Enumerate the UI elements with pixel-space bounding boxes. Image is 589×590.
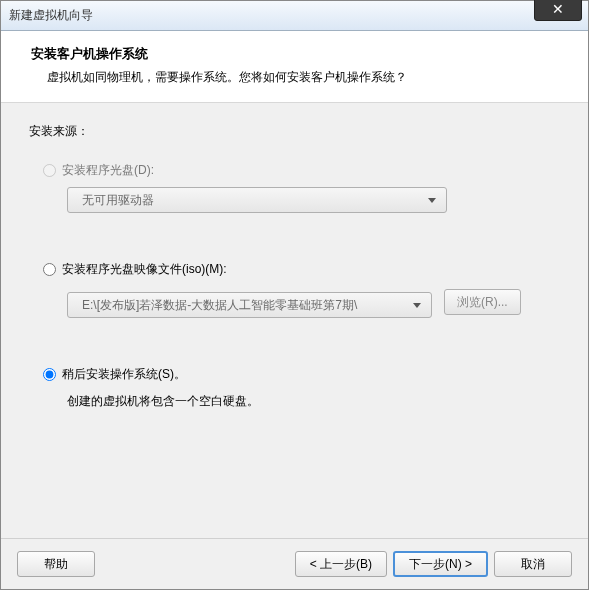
footer: 帮助 < 上一步(B) 下一步(N) > 取消 <box>1 538 588 589</box>
back-button[interactable]: < 上一步(B) <box>295 551 387 577</box>
radio-disc <box>43 164 56 177</box>
close-icon: ✕ <box>552 1 564 17</box>
iso-path-dropdown: E:\[发布版]若泽数据-大数据人工智能零基础班第7期\ <box>67 292 432 318</box>
later-hint: 创建的虚拟机将包含一个空白硬盘。 <box>67 393 560 410</box>
iso-row: E:\[发布版]若泽数据-大数据人工智能零基础班第7期\ 浏览(R)... <box>67 286 560 318</box>
option-group: 安装程序光盘(D): 无可用驱动器 安装程序光盘映像文件(iso)(M): E:… <box>43 162 560 410</box>
next-button[interactable]: 下一步(N) > <box>393 551 488 577</box>
radio-later[interactable] <box>43 368 56 381</box>
chevron-down-icon <box>428 198 436 203</box>
close-button[interactable]: ✕ <box>534 0 582 21</box>
help-button[interactable]: 帮助 <box>17 551 95 577</box>
page-title: 安装客户机操作系统 <box>25 45 564 63</box>
content-area: 安装来源： 安装程序光盘(D): 无可用驱动器 安装程序光盘映像文件(iso)(… <box>1 103 588 538</box>
option-disc-radio-row: 安装程序光盘(D): <box>43 162 560 179</box>
page-subtitle: 虚拟机如同物理机，需要操作系统。您将如何安装客户机操作系统？ <box>25 69 564 86</box>
chevron-down-icon <box>413 303 421 308</box>
option-disc-block: 安装程序光盘(D): 无可用驱动器 <box>43 162 560 213</box>
option-later-block: 稍后安装操作系统(S)。 创建的虚拟机将包含一个空白硬盘。 <box>43 366 560 410</box>
radio-later-label: 稍后安装操作系统(S)。 <box>62 366 186 383</box>
option-iso-block: 安装程序光盘映像文件(iso)(M): E:\[发布版]若泽数据-大数据人工智能… <box>43 261 560 318</box>
titlebar: 新建虚拟机向导 ✕ <box>1 1 588 31</box>
source-label: 安装来源： <box>29 123 560 140</box>
header-panel: 安装客户机操作系统 虚拟机如同物理机，需要操作系统。您将如何安装客户机操作系统？ <box>1 31 588 103</box>
disc-dropdown-value: 无可用驱动器 <box>82 192 422 209</box>
iso-path-value: E:\[发布版]若泽数据-大数据人工智能零基础班第7期\ <box>82 297 407 314</box>
radio-disc-label: 安装程序光盘(D): <box>62 162 154 179</box>
option-later-radio-row[interactable]: 稍后安装操作系统(S)。 <box>43 366 560 383</box>
window-title: 新建虚拟机向导 <box>9 7 93 24</box>
wizard-window: 新建虚拟机向导 ✕ 安装客户机操作系统 虚拟机如同物理机，需要操作系统。您将如何… <box>0 0 589 590</box>
radio-iso[interactable] <box>43 263 56 276</box>
disc-dropdown: 无可用驱动器 <box>67 187 447 213</box>
footer-right-buttons: < 上一步(B) 下一步(N) > 取消 <box>295 551 572 577</box>
radio-iso-label: 安装程序光盘映像文件(iso)(M): <box>62 261 227 278</box>
browse-button: 浏览(R)... <box>444 289 521 315</box>
cancel-button[interactable]: 取消 <box>494 551 572 577</box>
option-iso-radio-row[interactable]: 安装程序光盘映像文件(iso)(M): <box>43 261 560 278</box>
